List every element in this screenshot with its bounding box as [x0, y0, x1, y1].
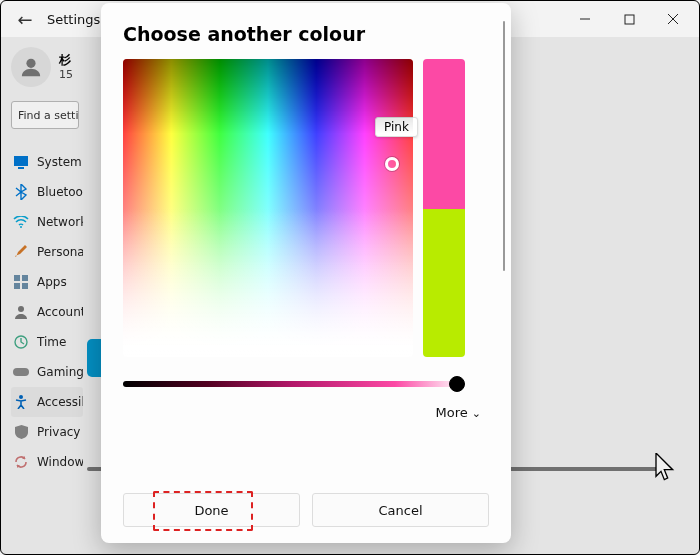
selected-colour-swatch[interactable] — [423, 59, 465, 209]
close-button[interactable] — [651, 4, 695, 34]
svg-rect-1 — [625, 15, 634, 24]
done-button[interactable]: Done — [123, 493, 300, 527]
colour-preview-column — [423, 59, 465, 357]
more-toggle[interactable]: More⌄ — [123, 405, 481, 420]
value-slider[interactable] — [123, 381, 463, 387]
maximize-button[interactable] — [607, 4, 651, 34]
window-title: Settings — [47, 12, 100, 27]
scrollbar[interactable] — [503, 21, 505, 271]
dialog-title: Choose another colour — [123, 23, 489, 45]
minimize-button[interactable] — [563, 4, 607, 34]
back-button[interactable]: ← — [11, 9, 39, 30]
chevron-down-icon: ⌄ — [472, 407, 481, 420]
more-label: More — [436, 405, 468, 420]
slider-thumb[interactable] — [449, 376, 465, 392]
cancel-button[interactable]: Cancel — [312, 493, 489, 527]
colour-tooltip: Pink — [375, 117, 418, 137]
previous-colour-swatch[interactable] — [423, 209, 465, 357]
colour-picker-dialog: Choose another colour Pink More⌄ Done Ca… — [101, 3, 511, 543]
saturation-value-picker[interactable]: Pink — [123, 59, 413, 357]
picker-cursor-icon[interactable] — [385, 157, 399, 171]
